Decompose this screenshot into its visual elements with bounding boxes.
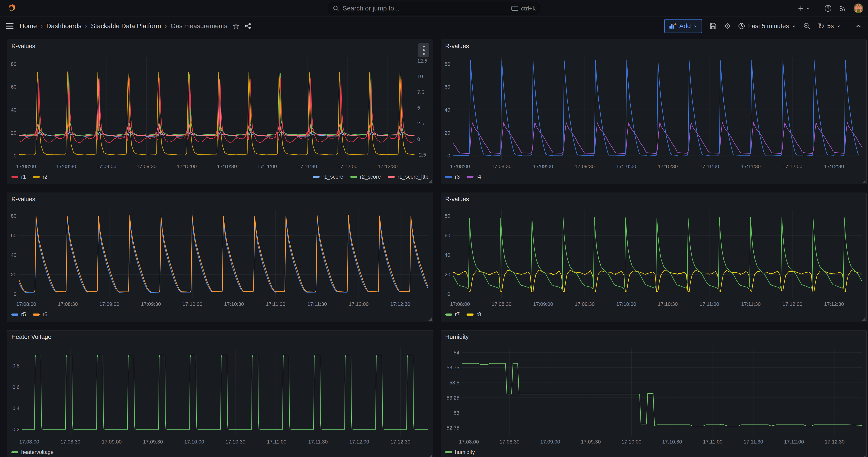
breadcrumb-item-dashboards[interactable]: Dashboards [46,22,81,30]
new-button[interactable] [797,5,811,12]
panel-title[interactable]: R-values [11,195,35,203]
svg-text:20: 20 [445,272,450,277]
svg-text:80: 80 [11,213,17,219]
svg-text:17:08:00: 17:08:00 [459,439,479,445]
add-button[interactable]: Add [664,19,702,33]
breadcrumb: Home › Dashboards › Stackable Data Platf… [20,22,227,30]
avatar[interactable] [854,3,863,13]
favorite-button[interactable]: ☆ [232,21,240,31]
resize-handle[interactable] [428,180,432,183]
panel-legend: heatervoltage [7,446,433,457]
news-button[interactable] [839,4,847,12]
svg-text:17:09:30: 17:09:30 [143,439,163,445]
panel-title[interactable]: R-values [11,42,35,50]
svg-text:17:11:00: 17:11:00 [267,439,286,445]
svg-text:17:12:00: 17:12:00 [349,301,369,307]
resize-handle[interactable] [862,455,865,457]
legend-item[interactable]: r1 [11,174,26,180]
legend-item[interactable]: r3 [445,174,460,180]
search-input[interactable]: Search or jump to... ctrl+k [328,2,540,15]
panel-title[interactable]: R-values [445,42,469,50]
svg-text:0: 0 [14,291,17,297]
svg-text:40: 40 [11,107,17,113]
panel-legend: humidity [441,446,866,457]
panel-title[interactable]: Heater Voltage [11,333,51,340]
resize-handle[interactable] [428,317,432,321]
breadcrumb-item-home[interactable]: Home [20,22,37,30]
legend-item[interactable]: r4 [467,174,481,180]
legend-label: humidity [455,449,475,455]
svg-text:0: 0 [14,153,17,159]
dashboard-settings-button[interactable]: ⚙ [724,22,731,30]
svg-text:0.4: 0.4 [12,405,20,411]
svg-text:2.5: 2.5 [417,120,425,126]
svg-text:17:12:00: 17:12:00 [782,163,802,169]
news-icon [839,4,847,12]
svg-text:17:11:00: 17:11:00 [700,301,719,307]
panel-title[interactable]: R-values [445,195,469,203]
legend-item[interactable]: r1_score [313,174,343,180]
legend-item[interactable]: r5 [11,311,26,318]
svg-text:12.5: 12.5 [417,58,427,64]
svg-text:17:09:30: 17:09:30 [575,163,595,169]
legend-label: r6 [42,311,47,318]
mega-menu-button[interactable] [6,23,14,30]
hamburger-icon [6,23,14,30]
legend-swatch [350,176,357,178]
chevron-down-icon [792,24,796,28]
resize-handle[interactable] [862,317,865,321]
panel-menu-button[interactable] [418,43,429,57]
save-dashboard-button[interactable] [709,22,717,30]
timeseries-chart[interactable]: 17:08:0017:08:3017:09:0017:09:3017:10:00… [7,344,433,446]
share-button[interactable] [245,22,252,30]
legend-item[interactable]: r8 [467,311,481,318]
timeseries-chart[interactable]: 17:08:0017:08:3017:09:0017:09:3017:10:00… [7,206,433,309]
panel-title[interactable]: Humidity [445,333,469,340]
timeseries-chart[interactable]: 17:08:0017:08:3017:09:0017:09:3017:10:00… [441,344,866,446]
svg-text:17:08:00: 17:08:00 [19,439,39,445]
svg-text:17:08:00: 17:08:00 [16,301,36,307]
svg-text:17:12:30: 17:12:30 [390,301,410,307]
svg-text:17:11:30: 17:11:30 [307,301,327,307]
breadcrumb-separator: › [41,23,43,30]
legend-item[interactable]: humidity [445,449,475,455]
dashboard-grid: R-values 17:08:0017:08:3017:09:0017:09:3… [7,39,867,457]
grafana-logo[interactable] [6,3,17,14]
svg-text:53.75: 53.75 [446,365,459,370]
svg-text:17:10:00: 17:10:00 [622,439,642,445]
svg-text:17:09:30: 17:09:30 [137,163,157,169]
svg-text:20: 20 [11,130,17,136]
legend-label: r1_score [322,174,343,180]
zoom-out-icon [803,22,811,30]
help-button[interactable] [824,4,832,12]
svg-text:17:10:30: 17:10:30 [658,301,678,307]
zoom-out-button[interactable] [803,22,811,30]
collapse-toolbar-button[interactable] [855,23,862,29]
svg-text:80: 80 [445,61,450,67]
legend-item[interactable]: r2_score [350,174,381,180]
svg-text:17:08:30: 17:08:30 [500,439,520,445]
refresh-picker[interactable]: ↻ 5s [818,22,841,30]
timeseries-chart[interactable]: 17:08:0017:08:3017:09:0017:09:3017:10:00… [7,53,433,171]
svg-text:0: 0 [417,136,420,142]
resize-handle[interactable] [428,455,432,457]
star-icon: ☆ [232,21,240,31]
time-range-picker[interactable]: Last 5 minutes [738,22,796,30]
svg-text:40: 40 [445,107,450,113]
svg-text:54: 54 [454,350,459,356]
legend-item[interactable]: r7 [445,311,460,318]
breadcrumb-item-folder[interactable]: Stackable Data Platform [91,22,161,30]
legend-swatch [445,313,452,315]
panel-heater-voltage: Heater Voltage 17:08:0017:08:3017:09:001… [7,330,433,457]
legend-item[interactable]: r2 [33,174,47,180]
svg-text:17:10:00: 17:10:00 [177,163,197,169]
timeseries-chart[interactable]: 17:08:0017:08:3017:09:0017:09:3017:10:00… [441,53,866,171]
gear-icon: ⚙ [724,22,731,30]
breadcrumb-item-current[interactable]: Gas measurements [170,22,227,30]
resize-handle[interactable] [862,180,865,183]
legend-item[interactable]: heatervoltage [11,449,54,455]
legend-item[interactable]: r1_score_lttb [388,174,428,180]
legend-swatch [33,313,40,315]
legend-item[interactable]: r6 [33,311,47,318]
timeseries-chart[interactable]: 17:08:0017:08:3017:09:0017:09:3017:10:00… [441,206,866,309]
